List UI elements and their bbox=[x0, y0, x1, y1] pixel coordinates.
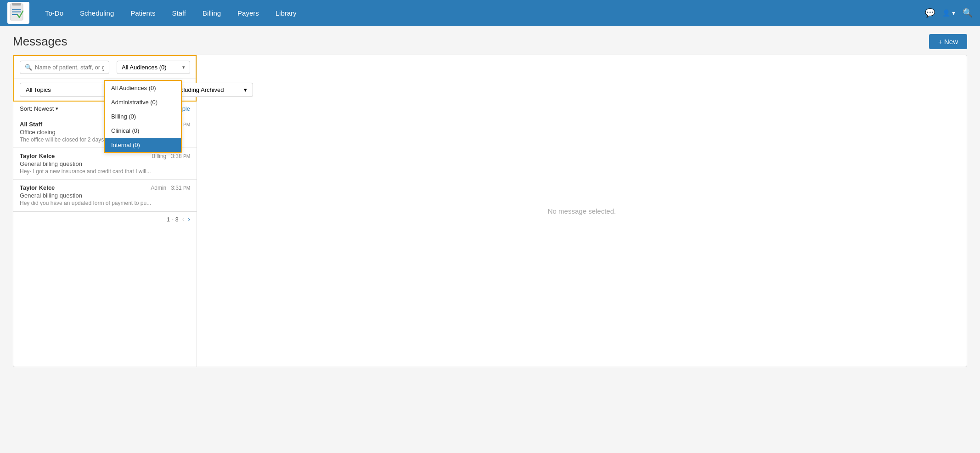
message-meta: Admin 3:31 PM bbox=[151, 185, 190, 191]
message-sender: Taylor Kelce bbox=[20, 184, 55, 191]
nav-staff[interactable]: Staff bbox=[163, 0, 194, 26]
audience-dropdown-arrow: ▾ bbox=[182, 64, 185, 70]
message-item[interactable]: Taylor Kelce Admin 3:31 PM General billi… bbox=[13, 180, 197, 211]
navbar: To-Do Scheduling Patients Staff Billing … bbox=[0, 0, 980, 26]
audience-dropdown-button[interactable]: All Audiences (0) ▾ bbox=[117, 61, 190, 74]
page-title: Messages bbox=[13, 34, 68, 49]
message-sender: All Staff bbox=[20, 121, 42, 128]
page-content: Messages + New 🔍 All Audiences (0) ▾ bbox=[0, 26, 980, 453]
pagination-range: 1 - 3 bbox=[167, 216, 179, 223]
page-next-button[interactable]: › bbox=[188, 215, 190, 223]
search-icon[interactable]: 🔍 bbox=[963, 8, 973, 18]
search-input[interactable] bbox=[35, 64, 104, 71]
nav-right: 💬 👤 ▾ 🔍 bbox=[925, 8, 973, 18]
messages-icon[interactable]: 💬 bbox=[925, 8, 935, 18]
nav-links: To-Do Scheduling Patients Staff Billing … bbox=[37, 0, 925, 26]
audience-option-billing[interactable]: Billing (0) bbox=[105, 109, 181, 124]
audience-option-administrative[interactable]: Administrative (0) bbox=[105, 95, 181, 109]
svg-rect-2 bbox=[12, 3, 21, 6]
audience-dropdown-label: All Audiences (0) bbox=[122, 64, 167, 71]
message-meta: Billing 3:38 PM bbox=[152, 153, 190, 159]
user-dropdown-arrow: ▾ bbox=[952, 9, 955, 17]
search-magnifier-icon: 🔍 bbox=[25, 64, 32, 71]
message-preview: Hey- I got a new insurance and credit ca… bbox=[20, 168, 190, 175]
message-sender: Taylor Kelce bbox=[20, 153, 55, 159]
message-header: Taylor Kelce Billing 3:38 PM bbox=[20, 153, 190, 159]
left-panel: 🔍 All Audiences (0) ▾ All Topics ▾ bbox=[13, 55, 197, 367]
nav-billing[interactable]: Billing bbox=[194, 0, 229, 26]
audience-dropdown-menu: All Audiences (0) Administrative (0) Bil… bbox=[104, 80, 182, 153]
new-button[interactable]: + New bbox=[929, 34, 967, 49]
app-logo[interactable] bbox=[7, 2, 29, 24]
user-menu[interactable]: 👤 ▾ bbox=[942, 9, 955, 17]
nav-payers[interactable]: Payers bbox=[229, 0, 267, 26]
sort-button[interactable]: Sort: Newest ▾ bbox=[20, 105, 58, 112]
no-message-text: No message selected. bbox=[548, 207, 616, 215]
nav-library[interactable]: Library bbox=[267, 0, 305, 26]
user-icon: 👤 bbox=[942, 9, 950, 17]
topics-dropdown-label: All Topics bbox=[26, 86, 51, 93]
message-header: Taylor Kelce Admin 3:31 PM bbox=[20, 184, 190, 191]
sort-arrow-icon: ▾ bbox=[56, 106, 58, 112]
top-filter-row: 🔍 All Audiences (0) ▾ bbox=[14, 56, 196, 79]
sort-label-text: Sort: Newest bbox=[20, 105, 54, 112]
nav-scheduling[interactable]: Scheduling bbox=[72, 0, 122, 26]
archived-dropdown-arrow: ▾ bbox=[244, 86, 247, 93]
page-prev-button[interactable]: ‹ bbox=[182, 215, 185, 223]
main-area: 🔍 All Audiences (0) ▾ All Topics ▾ bbox=[13, 55, 967, 367]
search-wrapper: 🔍 bbox=[20, 61, 109, 74]
audience-option-all[interactable]: All Audiences (0) bbox=[105, 81, 181, 95]
nav-patients[interactable]: Patients bbox=[122, 0, 163, 26]
message-subject: General billing question bbox=[20, 192, 190, 199]
message-subject: General billing question bbox=[20, 160, 190, 167]
filter-area: 🔍 All Audiences (0) ▾ All Topics ▾ bbox=[13, 55, 197, 102]
nav-todo[interactable]: To-Do bbox=[37, 0, 72, 26]
audience-option-clinical[interactable]: Clinical (0) bbox=[105, 124, 181, 138]
message-preview: Hey did you have an updated form of paym… bbox=[20, 200, 190, 206]
audience-option-internal[interactable]: Internal (0) bbox=[105, 138, 181, 152]
page-header: Messages + New bbox=[0, 26, 980, 55]
pagination: 1 - 3 ‹ › bbox=[13, 211, 197, 226]
right-panel: No message selected. bbox=[197, 55, 967, 367]
